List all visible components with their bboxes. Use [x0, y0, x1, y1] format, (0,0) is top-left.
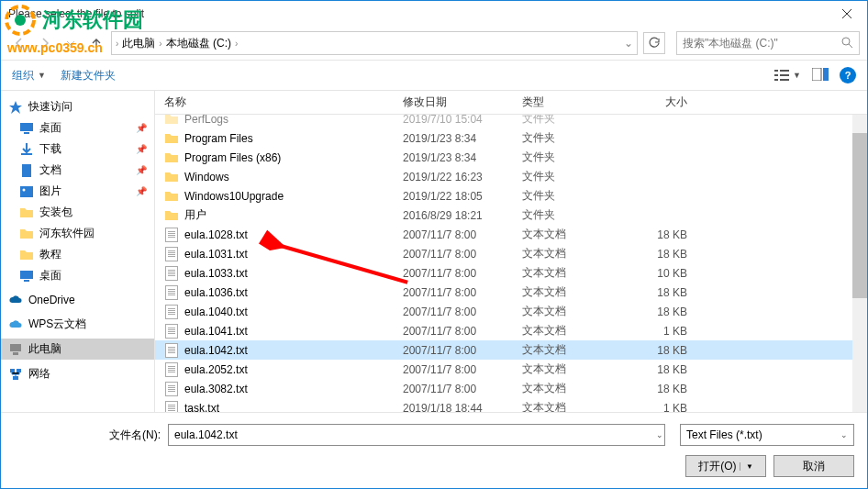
forward-button[interactable] [34, 32, 56, 54]
back-button[interactable] [8, 32, 30, 54]
sidebar-group-pc[interactable]: 此电脑 [1, 339, 154, 360]
file-row[interactable]: eula.1041.txt2007/11/7 8:00文本文档1 KB [155, 321, 867, 340]
svg-rect-12 [20, 186, 33, 197]
filename-input[interactable] [168, 424, 665, 446]
breadcrumb-seg[interactable]: 此电脑 [118, 34, 159, 53]
pin-icon: 📌 [136, 186, 147, 196]
new-folder-button[interactable]: 新建文件夹 [61, 68, 116, 83]
file-row[interactable]: Program Files2019/1/23 8:34文件夹 [155, 128, 867, 148]
titlebar: Please select the file to split [1, 1, 867, 27]
file-row[interactable]: Windows2019/1/22 16:23文件夹 [155, 167, 867, 186]
sidebar-item[interactable]: 安装包 [1, 202, 154, 223]
file-name: Program Files [184, 132, 253, 145]
scrollbar[interactable] [852, 115, 867, 412]
file-date: 2019/1/23 8:34 [403, 132, 522, 145]
breadcrumb-seg[interactable]: 本地磁盘 (C:) [162, 34, 235, 53]
file-row[interactable]: eula.1033.txt2007/11/7 8:00文本文档10 KB [155, 263, 867, 283]
recent-button[interactable] [60, 32, 82, 54]
file-row[interactable]: eula.1028.txt2007/11/7 8:00文本文档18 KB [155, 225, 867, 244]
file-row[interactable]: eula.1031.txt2007/11/7 8:00文本文档18 KB [155, 244, 867, 263]
file-list: 名称 修改日期 类型 大小 PerfLogs2019/7/10 15:04文件夹… [155, 91, 867, 412]
organize-button[interactable]: 组织 ▼ [12, 68, 46, 83]
file-row[interactable]: eula.1040.txt2007/11/7 8:00文本文档18 KB [155, 302, 867, 321]
svg-rect-1 [774, 70, 778, 72]
view-button[interactable]: ▼ [774, 69, 801, 82]
file-date: 2007/11/7 8:00 [403, 286, 522, 299]
search-input[interactable] [683, 37, 840, 50]
file-row[interactable]: 用户2016/8/29 18:21文件夹 [155, 206, 867, 225]
search-box[interactable] [676, 31, 860, 55]
chevron-down-icon[interactable]: ⌄ [624, 37, 633, 50]
file-type: 文件夹 [522, 207, 614, 223]
doc-icon [19, 163, 34, 178]
scroll-thumb[interactable] [852, 133, 867, 298]
svg-rect-14 [20, 271, 33, 279]
file-name: 用户 [184, 207, 206, 223]
folder-icon [164, 115, 179, 127]
sidebar-item[interactable]: 教程 [1, 244, 154, 265]
footer: 文件名(N): ⌄ Text Files (*.txt) ⌄ 打开(O) ▼ 取… [1, 412, 867, 488]
chevron-down-icon[interactable]: ⌄ [656, 430, 663, 439]
network-icon [8, 367, 23, 382]
file-date: 2019/1/22 16:23 [403, 171, 522, 183]
file-size: 18 KB [614, 248, 687, 261]
sidebar-group-star[interactable]: 快速访问 [1, 96, 154, 117]
col-type[interactable]: 类型 [522, 94, 614, 110]
svg-rect-3 [774, 79, 778, 81]
sidebar-item[interactable]: 下载📌 [1, 139, 154, 160]
file-row[interactable]: eula.3082.txt2007/11/7 8:00文本文档18 KB [155, 379, 867, 398]
breadcrumb[interactable]: › 此电脑 › 本地磁盘 (C:) › ⌄ [111, 31, 638, 55]
file-row[interactable]: eula.2052.txt2007/11/7 8:00文本文档18 KB [155, 360, 867, 379]
column-headers: 名称 修改日期 类型 大小 [155, 91, 867, 115]
close-button[interactable] [826, 1, 867, 27]
star-icon [8, 100, 23, 115]
file-type: 文本文档 [522, 246, 614, 261]
col-size[interactable]: 大小 [614, 94, 687, 110]
sidebar-item[interactable]: 图片📌 [1, 181, 154, 202]
picture-icon [19, 184, 34, 199]
file-row[interactable]: eula.1036.txt2007/11/7 8:00文本文档18 KB [155, 283, 867, 302]
svg-rect-7 [812, 68, 821, 81]
file-date: 2019/1/18 18:44 [403, 402, 522, 413]
file-row[interactable]: Windows10Upgrade2019/1/22 18:05文件夹 [155, 186, 867, 206]
file-type: 文本文档 [522, 381, 614, 396]
file-row[interactable]: task.txt2019/1/18 18:44文本文档1 KB [155, 398, 867, 412]
file-type: 文本文档 [522, 265, 614, 281]
folder-icon [19, 206, 34, 220]
refresh-icon [648, 37, 661, 50]
sidebar-item[interactable]: 文档📌 [1, 160, 154, 181]
col-date[interactable]: 修改日期 [403, 94, 522, 110]
file-type-select[interactable]: Text Files (*.txt) ⌄ [680, 424, 854, 446]
txt-file-icon [164, 324, 179, 339]
sidebar-item[interactable]: 河东软件园 [1, 223, 154, 244]
file-date: 2007/11/7 8:00 [403, 248, 522, 261]
filename-label: 文件名(N): [14, 428, 161, 443]
cancel-button[interactable]: 取消 [773, 455, 854, 477]
svg-point-13 [23, 188, 26, 191]
refresh-button[interactable] [643, 32, 665, 54]
sidebar-group-cloud[interactable]: WPS云文档 [1, 314, 154, 335]
up-button[interactable] [85, 32, 107, 54]
txt-file-icon [164, 266, 179, 281]
file-row[interactable]: PerfLogs2019/7/10 15:04文件夹 [155, 115, 867, 128]
col-name[interactable]: 名称 [164, 94, 403, 110]
window-title: Please select the file to split [8, 7, 826, 20]
sidebar-group-cloud[interactable]: OneDrive [1, 290, 154, 310]
sidebar-item[interactable]: 桌面📌 [1, 117, 154, 139]
cloud-icon [8, 317, 23, 332]
svg-rect-19 [17, 369, 21, 372]
close-icon [842, 9, 851, 18]
file-row[interactable]: eula.1042.txt2007/11/7 8:00文本文档18 KB [155, 340, 867, 360]
folder-icon [164, 131, 179, 146]
sidebar-label: OneDrive [28, 294, 75, 306]
open-button[interactable]: 打开(O) ▼ [685, 455, 766, 477]
file-row[interactable]: Program Files (x86)2019/1/23 8:34文件夹 [155, 148, 867, 167]
file-rows: PerfLogs2019/7/10 15:04文件夹Program Files2… [155, 115, 867, 412]
help-button[interactable]: ? [840, 67, 856, 83]
view-icon [774, 69, 791, 82]
file-name: eula.1028.txt [184, 228, 248, 241]
file-size: 18 KB [614, 306, 687, 318]
sidebar-item[interactable]: 桌面 [1, 265, 154, 286]
preview-button[interactable] [812, 68, 829, 83]
sidebar-group-network[interactable]: 网络 [1, 363, 154, 384]
